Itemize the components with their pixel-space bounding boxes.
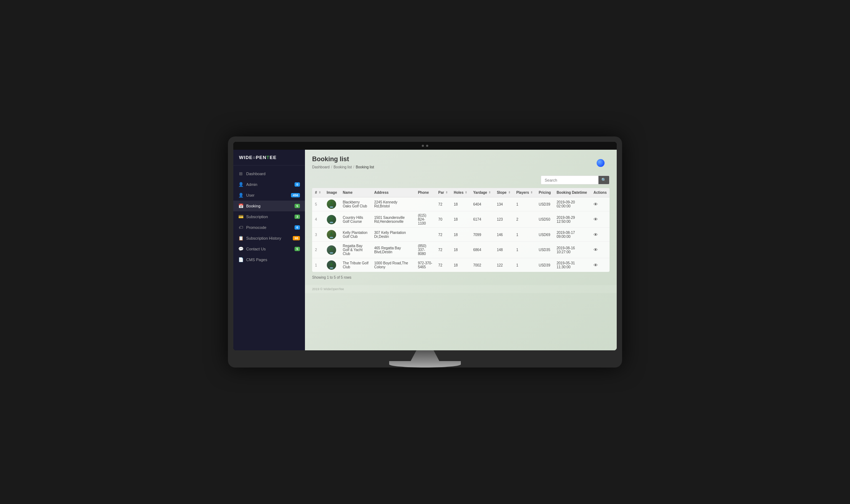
view-action-button[interactable]: 👁 [593, 217, 598, 222]
cell-address: 1501 Saundersville Rd,Hendersonville [371, 211, 415, 228]
cell-yardage: 6174 [470, 211, 494, 228]
booking-badge: 5 [295, 204, 300, 208]
subscription-badge: 3 [295, 215, 300, 219]
page-title: Booking list [312, 155, 374, 163]
dashboard-icon: ⊞ [238, 171, 243, 176]
cell-image [324, 211, 340, 228]
cell-yardage: 6864 [470, 242, 494, 258]
col-players: Players⇕ [514, 188, 536, 197]
cell-actions: 👁 [591, 228, 610, 242]
cell-num: 2 [312, 242, 324, 258]
table-header-row: #⇕ Image Name Address Phone Par⇕ Holes⇕ … [312, 188, 610, 197]
history-badge: 98 [293, 236, 300, 240]
contact-badge: 5 [295, 247, 300, 251]
promocode-badge: 6 [295, 225, 300, 230]
booking-icon: 📅 [238, 203, 243, 208]
col-holes: Holes⇕ [451, 188, 470, 197]
stand-base [389, 361, 461, 368]
cell-image [324, 258, 340, 272]
sidebar-item-promocode[interactable]: 🏷 Promocode 6 [233, 222, 305, 233]
sidebar-item-booking[interactable]: 📅 Booking 5 [233, 201, 305, 211]
breadcrumb-sep-1: / [331, 165, 332, 169]
sidebar-item-dashboard[interactable]: ⊞ Dashboard [233, 168, 305, 179]
monitor-stand [233, 350, 617, 368]
search-row: 🔍 [312, 176, 610, 184]
sidebar-item-label: CMS Pages [246, 258, 267, 262]
admin-badge: 0 [295, 182, 300, 187]
view-action-button[interactable]: 👁 [593, 202, 598, 207]
cell-players: 1 [514, 258, 536, 272]
cell-yardage: 6404 [470, 197, 494, 211]
search-button[interactable]: 🔍 [598, 176, 609, 184]
cell-num: 3 [312, 228, 324, 242]
cell-booking-datetime: 2019-08-29 12:50:00 [554, 211, 591, 228]
cell-players: 1 [514, 242, 536, 258]
sidebar-item-cms-pages[interactable]: 📄 CMS Pages [233, 254, 305, 265]
col-pricing: Pricing [536, 188, 554, 197]
cell-actions: 👁 [591, 197, 610, 211]
cell-pricing: USD39 [536, 258, 554, 272]
sidebar-item-subscription[interactable]: 💳 Subscription 3 [233, 211, 305, 222]
search-input[interactable] [541, 176, 598, 184]
cell-par: 72 [435, 228, 451, 242]
sidebar-item-contact-us[interactable]: 💬 Contact Us 5 [233, 244, 305, 254]
cell-phone: 972-370-5465 [415, 258, 435, 272]
table-row: 3 Kelly Plantation Golf Club 307 Kelly P… [312, 228, 610, 242]
view-action-button[interactable]: 👁 [593, 263, 598, 268]
col-num: #⇕ [312, 188, 324, 197]
sidebar-item-label: Dashboard [246, 172, 266, 176]
sidebar: WIDE○PENTEE ⊞ Dashboard 👤 Admin 0 👤 [233, 150, 305, 350]
cell-slope: 123 [494, 211, 513, 228]
cell-image [324, 228, 340, 242]
breadcrumb-sep-2: / [353, 165, 354, 169]
col-name: Name [340, 188, 371, 197]
col-actions: Actions [591, 188, 610, 197]
cell-slope: 122 [494, 258, 513, 272]
cell-name: The Tribute Golf Club [340, 258, 371, 272]
cell-holes: 18 [451, 242, 470, 258]
cell-holes: 18 [451, 258, 470, 272]
sidebar-item-user[interactable]: 👤 User 456 [233, 190, 305, 201]
view-action-button[interactable]: 👁 [593, 232, 598, 237]
cell-phone: (850) 337-8080 [415, 242, 435, 258]
cell-name: Country Hills Golf Course [340, 211, 371, 228]
admin-icon: 👤 [238, 182, 243, 187]
cell-pricing: USD39 [536, 197, 554, 211]
cell-name: Regatta Bay Golf & Yacht Club [340, 242, 371, 258]
view-action-button[interactable]: 👁 [593, 247, 598, 253]
cell-booking-datetime: 2019-09-20 02:00:00 [554, 197, 591, 211]
cell-phone: (615) 824-1100 [415, 211, 435, 228]
cell-slope: 148 [494, 242, 513, 258]
table-body: 5 Blackberry Oaks Golf Club 2245 Kennedy… [312, 197, 610, 272]
globe-icon[interactable] [597, 159, 605, 167]
sidebar-item-label: Subscription [246, 215, 268, 219]
sidebar-nav: ⊞ Dashboard 👤 Admin 0 👤 User 456 📅 [233, 165, 305, 350]
main-content: Booking list Dashboard / Booking list / … [305, 150, 617, 350]
breadcrumb-booking-list[interactable]: Booking list [334, 165, 352, 169]
cell-par: 72 [435, 197, 451, 211]
col-par: Par⇕ [435, 188, 451, 197]
table-row: 4 Country Hills Golf Course 1501 Saunder… [312, 211, 610, 228]
cell-booking-datetime: 2019-05-31 11:30:00 [554, 258, 591, 272]
booking-table: #⇕ Image Name Address Phone Par⇕ Holes⇕ … [312, 188, 610, 272]
sidebar-item-label: Promocode [246, 225, 266, 230]
cms-icon: 📄 [238, 257, 243, 262]
logo: WIDE○PENTEE [233, 150, 305, 165]
cell-players: 2 [514, 211, 536, 228]
sidebar-item-admin[interactable]: 👤 Admin 0 [233, 179, 305, 190]
sidebar-item-subscription-history[interactable]: 📋 Subscription History 98 [233, 233, 305, 244]
cell-slope: 134 [494, 197, 513, 211]
cell-holes: 18 [451, 197, 470, 211]
col-phone: Phone [415, 188, 435, 197]
cell-slope: 146 [494, 228, 513, 242]
cell-address: 307 Kelly Plantation Dr,Destin [371, 228, 415, 242]
sidebar-item-label: Contact Us [246, 247, 266, 251]
col-yardage: Yardage⇕ [470, 188, 494, 197]
cell-holes: 18 [451, 228, 470, 242]
cell-booking-datetime: 2019-08-17 09:00:00 [554, 228, 591, 242]
table-row: 5 Blackberry Oaks Golf Club 2245 Kennedy… [312, 197, 610, 211]
cell-players: 1 [514, 197, 536, 211]
cell-name: Kelly Plantation Golf Club [340, 228, 371, 242]
cell-par: 72 [435, 258, 451, 272]
breadcrumb-dashboard[interactable]: Dashboard [312, 165, 330, 169]
